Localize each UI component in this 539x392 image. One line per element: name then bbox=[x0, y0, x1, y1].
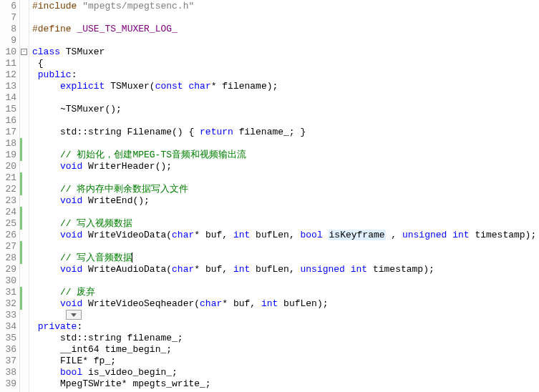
token-plain bbox=[32, 367, 60, 378]
code-line[interactable]: void WriteVideoSeqheader(char* buf, int … bbox=[32, 298, 539, 310]
code-line[interactable] bbox=[32, 207, 539, 218]
line-number: 20 bbox=[0, 161, 19, 172]
code-line[interactable]: void WriteVideoData(char* buf, int bufLe… bbox=[32, 230, 539, 241]
token-plain: * buf, bbox=[194, 230, 233, 240]
token-plain: { bbox=[32, 58, 44, 69]
line-number: 35 bbox=[0, 333, 19, 344]
line-number: 30 bbox=[0, 275, 19, 287]
text-cursor-icon bbox=[132, 253, 132, 263]
fold-toggle-icon[interactable]: - bbox=[21, 49, 27, 55]
token-kw: explicit bbox=[60, 81, 105, 92]
line-number: 7 bbox=[0, 12, 19, 24]
token-kw: bool bbox=[60, 367, 82, 378]
token-plain bbox=[32, 253, 60, 263]
line-number: 9 bbox=[0, 35, 19, 46]
code-line[interactable]: public: bbox=[32, 69, 539, 81]
code-area[interactable]: #include "mpegts/mpegtsenc.h"#define _US… bbox=[29, 0, 539, 392]
code-line[interactable] bbox=[32, 138, 539, 150]
code-line[interactable] bbox=[32, 12, 539, 24]
token-plain: __int64 time_begin_; bbox=[32, 344, 172, 355]
code-line[interactable] bbox=[32, 172, 539, 184]
line-number: 36 bbox=[0, 344, 19, 356]
marker-row bbox=[20, 161, 29, 172]
marker-row bbox=[20, 321, 29, 333]
expand-hint-icon[interactable] bbox=[66, 310, 82, 320]
code-line[interactable]: ~TSMuxer(); bbox=[32, 104, 539, 115]
token-kw: class bbox=[32, 46, 60, 57]
code-line[interactable]: void WriteEnd(); bbox=[32, 195, 539, 207]
code-line[interactable]: bool is_video_begin_; bbox=[32, 367, 539, 378]
code-line[interactable]: // 废弃 bbox=[32, 287, 539, 298]
token-kw: int bbox=[233, 264, 250, 275]
code-line[interactable]: private: bbox=[32, 321, 539, 333]
marker-row bbox=[20, 127, 29, 138]
token-kw: void bbox=[60, 195, 82, 206]
code-line[interactable]: __int64 time_begin_; bbox=[32, 344, 539, 356]
code-line[interactable] bbox=[32, 115, 539, 127]
line-number: 23 bbox=[0, 195, 19, 207]
marker-row bbox=[20, 356, 29, 367]
code-line[interactable] bbox=[32, 35, 539, 46]
line-number: 14 bbox=[0, 92, 19, 104]
line-number: 24 bbox=[0, 207, 19, 218]
token-kw: char bbox=[200, 298, 222, 309]
code-line[interactable]: #include "mpegts/mpegtsenc.h" bbox=[32, 1, 539, 12]
code-line[interactable]: class TSMuxer bbox=[32, 46, 539, 58]
line-number: 22 bbox=[0, 184, 19, 195]
token-cmt: // 写入视频数据 bbox=[60, 218, 132, 229]
code-line[interactable]: #define _USE_TS_MUXER_LOG_ bbox=[32, 24, 539, 35]
code-line[interactable] bbox=[32, 275, 539, 287]
token-kw: int bbox=[261, 298, 278, 309]
code-line[interactable]: { bbox=[32, 58, 539, 69]
token-plain: : bbox=[72, 69, 77, 80]
token-plain: TSMuxer( bbox=[105, 81, 155, 92]
token-plain bbox=[32, 230, 60, 240]
line-number: 17 bbox=[0, 127, 19, 138]
token-plain: std::string Filename() { bbox=[32, 127, 200, 137]
token-pp: #include bbox=[32, 1, 77, 11]
token-plain bbox=[32, 298, 60, 309]
line-number: 37 bbox=[0, 356, 19, 367]
code-line[interactable]: std::string filename_; bbox=[32, 333, 539, 344]
code-line[interactable]: // 初始化，创建MPEG-TS音频和视频输出流 bbox=[32, 150, 539, 161]
code-line[interactable]: // 写入视频数据 bbox=[32, 218, 539, 230]
token-plain: WriteVideoData( bbox=[82, 230, 172, 240]
code-line[interactable]: // 写入音频数据 bbox=[32, 253, 539, 264]
change-bar-icon bbox=[20, 150, 22, 161]
code-line[interactable]: // 将内存中剩余数据写入文件 bbox=[32, 184, 539, 195]
token-plain bbox=[32, 218, 60, 229]
token-plain: std::string filename_; bbox=[32, 333, 183, 343]
token-hl: isKeyframe bbox=[329, 230, 386, 240]
code-line[interactable]: MpegTSWrite* mpegts_write_; bbox=[32, 378, 539, 390]
marker-row bbox=[20, 275, 29, 287]
token-plain bbox=[32, 264, 60, 275]
token-str: "mpegts/mpegtsenc.h" bbox=[82, 1, 194, 11]
code-line[interactable]: std::string Filename() { return filename… bbox=[32, 127, 539, 138]
line-number: 32 bbox=[0, 298, 19, 310]
token-kw: int bbox=[452, 230, 469, 240]
token-plain: MpegTSWrite* mpegts_write_; bbox=[32, 378, 211, 389]
token-kw: const bbox=[155, 81, 183, 92]
marker-row bbox=[20, 344, 29, 356]
code-line[interactable]: void WriteAudioData(char* buf, int bufLe… bbox=[32, 264, 539, 275]
token-kw: return bbox=[200, 127, 233, 137]
token-plain bbox=[32, 184, 60, 195]
code-line[interactable] bbox=[32, 92, 539, 104]
marker-column: - bbox=[20, 0, 29, 392]
code-line[interactable]: FILE* fp_; bbox=[32, 356, 539, 367]
code-editor[interactable]: 6789101112131415161718192021222324252627… bbox=[0, 0, 539, 392]
code-line[interactable]: explicit TSMuxer(const char* filename); bbox=[32, 81, 539, 92]
code-line[interactable]: void WriterHeader(); bbox=[32, 161, 539, 172]
marker-row bbox=[20, 69, 29, 81]
token-kw: void bbox=[60, 298, 82, 309]
token-kw: private bbox=[38, 321, 77, 332]
code-line[interactable] bbox=[32, 310, 539, 321]
change-bar-icon bbox=[20, 207, 22, 218]
token-pp: #define bbox=[32, 24, 72, 34]
token-kw: void bbox=[60, 230, 82, 240]
code-line[interactable] bbox=[32, 241, 539, 253]
token-plain: * buf, bbox=[194, 264, 233, 275]
token-plain: * filename); bbox=[211, 81, 278, 92]
change-bar-icon bbox=[20, 253, 22, 264]
line-number: 26 bbox=[0, 230, 19, 241]
